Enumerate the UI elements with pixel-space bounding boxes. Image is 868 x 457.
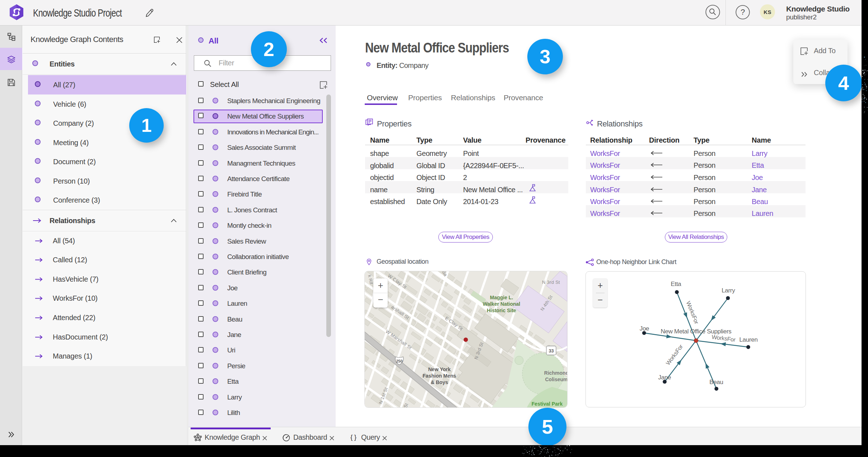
svg-text:Larry: Larry bbox=[722, 287, 735, 294]
svg-text:Historic Site: Historic Site bbox=[487, 308, 516, 313]
svg-text:33: 33 bbox=[549, 348, 554, 354]
svg-text:Richmond: Richmond bbox=[544, 370, 567, 376]
svg-text:New York: New York bbox=[428, 366, 451, 372]
svg-text:& Boys: & Boys bbox=[431, 379, 448, 385]
svg-text:Beau: Beau bbox=[709, 379, 723, 386]
svg-text:250: 250 bbox=[396, 359, 403, 363]
svg-text:WorksFor: WorksFor bbox=[685, 300, 700, 325]
svg-text:Maggie L.: Maggie L. bbox=[490, 295, 513, 300]
svg-text:New Metal Office Suppliers: New Metal Office Suppliers bbox=[661, 328, 732, 335]
svg-text:WorksFor: WorksFor bbox=[665, 343, 684, 366]
svg-text:Joe: Joe bbox=[640, 325, 649, 332]
svg-text:Lauren: Lauren bbox=[739, 336, 757, 343]
svg-text:Etta: Etta bbox=[671, 281, 681, 287]
svg-text:Walker National: Walker National bbox=[483, 301, 521, 307]
svg-text:Festival Park: Festival Park bbox=[532, 401, 563, 407]
svg-text:Fashion Mens: Fashion Mens bbox=[423, 373, 456, 379]
svg-text:Coliseum: Coliseum bbox=[545, 377, 567, 382]
svg-text:WorksFor: WorksFor bbox=[711, 334, 736, 343]
svg-text:?: ? bbox=[741, 8, 745, 17]
svg-text:Jane: Jane bbox=[658, 374, 671, 381]
svg-text:N 3rd St: N 3rd St bbox=[542, 280, 560, 285]
